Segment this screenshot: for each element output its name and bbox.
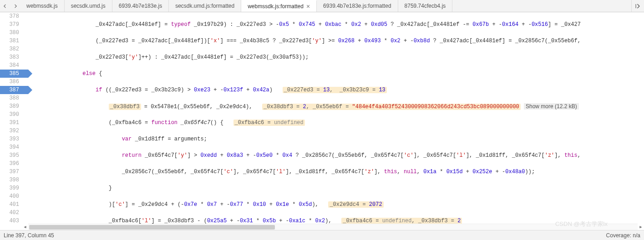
status-bar: Line 397, Column 45 Coverage: n/a	[0, 230, 644, 240]
inline-hint[interactable]: _0xfba4c6 = undefined	[233, 120, 305, 126]
tab-6939-formatted[interactable]: 6939.4b7e183e.js:formatted	[317, 0, 398, 12]
scroll-left-icon[interactable]: ◀	[22, 224, 28, 230]
inline-hint[interactable]: _0x38dbf3	[109, 104, 141, 110]
inline-hint[interactable]: _0x227ed3 = 13, _0x3b23c9 = 13	[283, 87, 387, 93]
code-area[interactable]: _0x427adc[_0x4481ef] = typeof _0x197b29)…	[28, 12, 644, 230]
close-icon[interactable]: ×	[306, 3, 310, 10]
tab-secsdk-formatted[interactable]: secsdk.umd.js:formatted	[169, 0, 241, 12]
tab-webmssdk-formatted[interactable]: webmssdk.js:formatted×	[241, 0, 317, 12]
tab-8759[interactable]: 8759.74cfecb4.js	[398, 0, 453, 12]
inline-hint[interactable]: _0x2e9dc4 = 2072	[328, 201, 383, 208]
breakpoint-387[interactable]: 387	[0, 86, 28, 94]
inline-hint[interactable]: _0xfba4c6 = undefined, _0x38dbf3 = 2	[341, 218, 462, 224]
line-gutter: 3783793803813823833843853863873883893903…	[0, 12, 28, 230]
show-more-button[interactable]: Show more (12.2 kB)	[524, 103, 579, 110]
scrollbar-thumb[interactable]	[29, 225, 275, 230]
tab-overflow-button[interactable]	[631, 0, 644, 12]
coverage-status: Coverage: n/a	[606, 232, 640, 239]
breakpoint-385[interactable]: 385	[0, 70, 28, 78]
tab-webmssdk[interactable]: webmssdk.js	[20, 0, 65, 12]
tab-secsdk[interactable]: secsdk.umd.js	[65, 0, 112, 12]
cursor-position: Line 397, Column 45	[4, 232, 54, 239]
code-editor[interactable]: 3783793803813823833843853863873883893903…	[0, 12, 644, 230]
inline-hint[interactable]: _0x38dbf3 = 2, _0x55eb6f = "484e4f4a403f…	[262, 104, 521, 110]
tab-nav-next[interactable]	[10, 0, 20, 12]
tab-nav-prev[interactable]	[0, 0, 10, 12]
scroll-right-icon[interactable]: ▶	[638, 224, 644, 230]
tab-6939[interactable]: 6939.4b7e183e.js	[112, 0, 169, 12]
horizontal-scrollbar[interactable]: ◀ ▶	[28, 224, 638, 230]
tab-bar: webmssdk.js secsdk.umd.js 6939.4b7e183e.…	[0, 0, 644, 12]
